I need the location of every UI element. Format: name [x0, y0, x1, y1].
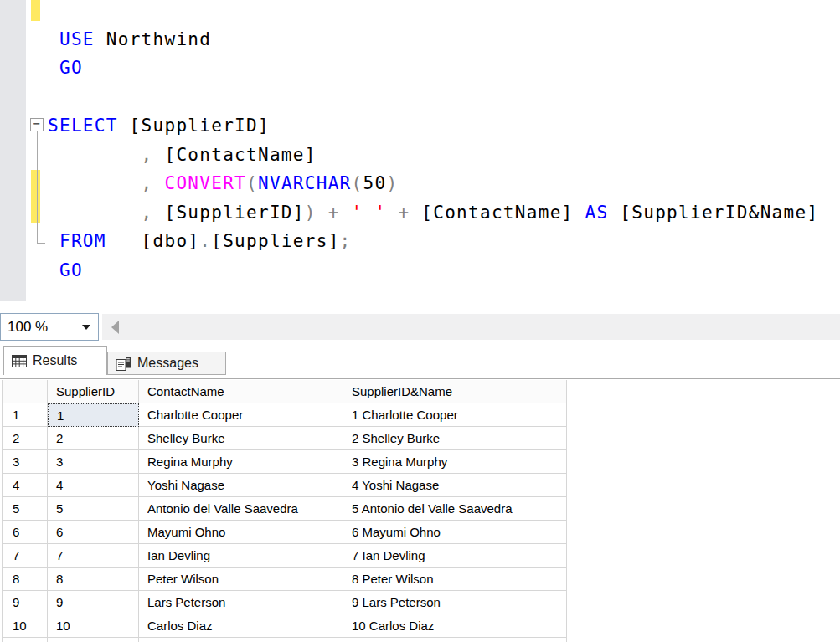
grid-cell[interactable]: 9 Lars Peterson [343, 591, 567, 614]
code-line: SELECT [SupplierID] [48, 111, 818, 141]
results-pane-tabstrip: Results Messages [0, 342, 840, 378]
outline-guide-line [37, 131, 38, 244]
row-header[interactable]: 4 [2, 474, 48, 497]
grid-cell[interactable]: 6 [48, 521, 139, 544]
grid-cell[interactable]: Lars Peterson [139, 591, 343, 614]
change-tracking-bar [31, 0, 40, 21]
collapse-region-toggle[interactable]: − [30, 118, 44, 131]
code-line [48, 0, 818, 25]
grid-cell[interactable]: 8 Peter Wilson [343, 568, 567, 591]
grid-cell[interactable] [343, 638, 567, 642]
row-header[interactable]: 5 [2, 497, 48, 521]
grid-cell[interactable]: 10 [48, 614, 139, 638]
column-header-2[interactable]: SupplierID&Name [343, 380, 567, 403]
row-header[interactable]: 7 [2, 544, 48, 568]
editor-selection-margin [0, 0, 26, 301]
change-tracking-bar [31, 170, 40, 223]
tab-messages[interactable]: Messages [107, 352, 226, 375]
messages-icon [116, 357, 131, 371]
grid-cell[interactable]: Shelley Burke [139, 427, 343, 450]
results-grid-table: SupplierIDContactNameSupplierID&Name11Ch… [2, 380, 567, 642]
code-line: FROM [dbo].[Suppliers]; [48, 227, 818, 256]
column-header-0[interactable]: SupplierID [48, 380, 139, 403]
grid-cell[interactable]: 4 [48, 474, 139, 497]
scroll-left-arrow-icon[interactable] [111, 321, 119, 334]
grid-corner-cell[interactable] [2, 380, 48, 403]
grid-cell[interactable]: Yoshi Nagase [139, 474, 343, 497]
code-line: , CONVERT(NVARCHAR(50) [48, 169, 818, 198]
ssms-query-window: − USE Northwind GOSELECT [SupplierID] , … [0, 0, 840, 642]
grid-cell[interactable]: 2 Shelley Burke [343, 427, 567, 450]
grid-cell[interactable]: 7 [48, 544, 139, 568]
grid-cell[interactable]: 6 Mayumi Ohno [343, 521, 567, 544]
grid-cell[interactable]: 10 Carlos Diaz [343, 614, 567, 638]
grid-cell[interactable]: Antonio del Valle Saavedra [139, 497, 343, 521]
table-row: 22Shelley Burke2 Shelley Burke [2, 427, 567, 450]
outline-guide-end [37, 243, 45, 244]
sql-code: USE Northwind GOSELECT [SupplierID] , [C… [48, 0, 818, 285]
grid-cell[interactable]: 2 [48, 427, 139, 450]
grid-cell[interactable]: Mayumi Ohno [139, 521, 343, 544]
code-line: GO [48, 54, 818, 83]
code-line: GO [48, 256, 818, 285]
table-row: 99Lars Peterson9 Lars Peterson [2, 591, 567, 614]
code-line: , [SupplierID]) + ' ' + [ContactName] AS… [48, 198, 818, 228]
row-header[interactable] [2, 638, 48, 642]
table-row: 1010Carlos Diaz10 Carlos Diaz [2, 614, 567, 638]
editor-zoom-select[interactable]: 100 % [0, 313, 99, 341]
grid-cell[interactable] [48, 638, 139, 642]
grid-cell[interactable]: 8 [48, 568, 139, 591]
row-header[interactable]: 6 [2, 521, 48, 544]
grid-cell[interactable]: 5 Antonio del Valle Saavedra [343, 497, 567, 521]
table-row: 11Charlotte Cooper1 Charlotte Cooper [2, 403, 567, 427]
row-header[interactable]: 8 [2, 568, 48, 591]
grid-cell[interactable]: 1 [48, 403, 139, 427]
zoom-level-value: 100 % [1, 319, 82, 336]
code-line: USE Northwind [48, 25, 818, 54]
row-header[interactable]: 3 [2, 450, 48, 474]
code-line [48, 83, 818, 112]
column-header-1[interactable]: ContactName [139, 380, 343, 403]
table-row: 88Peter Wilson8 Peter Wilson [2, 568, 567, 591]
table-row: 44Yoshi Nagase4 Yoshi Nagase [2, 474, 567, 497]
grid-cell[interactable]: 1 Charlotte Cooper [343, 403, 567, 427]
tab-results-label: Results [33, 353, 77, 368]
table-row: 55Antonio del Valle Saavedra5 Antonio de… [2, 497, 567, 521]
grid-cell[interactable]: Regina Murphy [139, 450, 343, 474]
grid-cell[interactable]: 5 [48, 497, 139, 521]
table-row: 33Regina Murphy3 Regina Murphy [2, 450, 567, 474]
editor-horizontal-scrollbar[interactable] [102, 314, 840, 340]
grid-cell[interactable]: Ian Devling [139, 544, 343, 568]
grid-cell[interactable]: 9 [48, 591, 139, 614]
grid-cell[interactable]: 4 Yoshi Nagase [343, 474, 567, 497]
grid-cell[interactable]: 7 Ian Devling [343, 544, 567, 568]
results-grid[interactable]: SupplierIDContactNameSupplierID&Name11Ch… [0, 378, 840, 642]
query-editor[interactable]: − USE Northwind GOSELECT [SupplierID] , … [0, 0, 840, 313]
row-header[interactable]: 1 [2, 403, 48, 427]
results-grid-icon [12, 355, 27, 367]
grid-cell[interactable] [139, 638, 343, 642]
grid-cell[interactable]: 3 [48, 450, 139, 474]
chevron-down-icon [82, 325, 90, 330]
row-header[interactable]: 2 [2, 427, 48, 450]
tab-messages-label: Messages [137, 356, 198, 371]
row-header[interactable]: 10 [2, 614, 48, 638]
grid-cell[interactable]: Carlos Diaz [139, 614, 343, 638]
tab-results[interactable]: Results [3, 346, 107, 375]
table-row [2, 638, 567, 642]
row-header[interactable]: 9 [2, 591, 48, 614]
code-line: , [ContactName] [48, 141, 818, 170]
grid-cell[interactable]: Peter Wilson [139, 568, 343, 591]
grid-cell[interactable]: Charlotte Cooper [139, 403, 343, 427]
grid-cell[interactable]: 3 Regina Murphy [343, 450, 567, 474]
table-row: 66Mayumi Ohno6 Mayumi Ohno [2, 521, 567, 544]
table-row: 77Ian Devling7 Ian Devling [2, 544, 567, 568]
